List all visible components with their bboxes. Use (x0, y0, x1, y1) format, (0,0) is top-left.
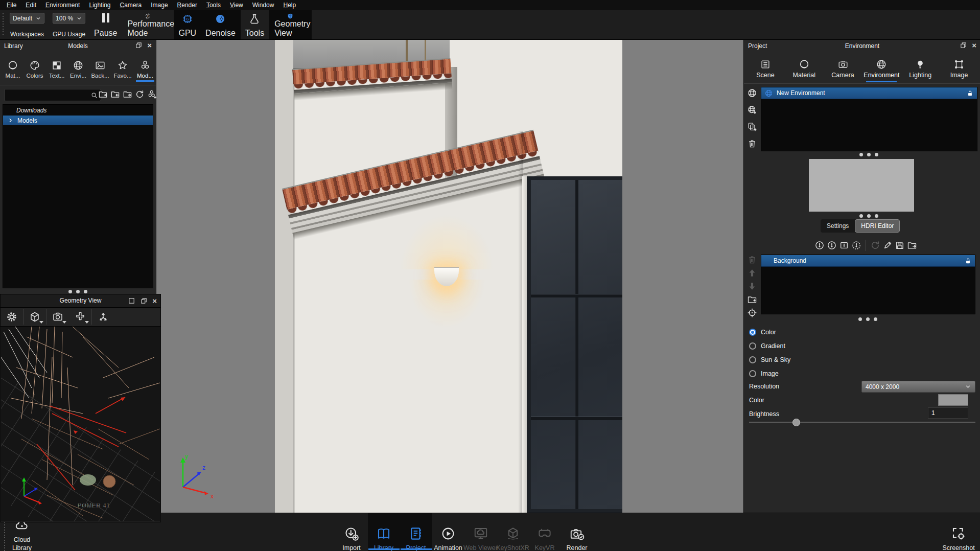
project-tab-camera[interactable]: Camera (824, 59, 862, 79)
wireframe-view[interactable]: POMER 41 (1, 327, 160, 521)
edit-hdri-icon[interactable] (882, 240, 893, 250)
dock-animation[interactable]: Animation (430, 513, 466, 551)
pin-highlight-icon[interactable] (827, 240, 837, 250)
geometry-orbit-tool-button[interactable] (92, 308, 114, 326)
menu-help[interactable]: Help (278, 1, 300, 10)
menu-lighting[interactable]: Lighting (84, 1, 115, 10)
dock-screenshot[interactable]: Screenshot (939, 513, 978, 551)
gpu-toggle-button[interactable]: GPU (174, 10, 201, 39)
toolbar-drag-handle[interactable] (2, 13, 4, 36)
project-tab-material[interactable]: Material (785, 59, 824, 79)
tree-group-downloads[interactable]: Downloads (3, 105, 153, 116)
geometry-move-tool-button[interactable] (69, 308, 91, 326)
resolution-select[interactable]: 4000 x 2000 (861, 381, 975, 393)
library-tab-backplates[interactable]: Back... (90, 60, 110, 79)
radio-color[interactable] (749, 329, 756, 336)
option-gradient[interactable]: Gradient (749, 342, 785, 350)
dock-keyvr[interactable]: KeyVR (527, 513, 563, 551)
menu-view[interactable]: View (225, 1, 248, 10)
option-image[interactable]: Image (749, 370, 779, 377)
library-tab-colors[interactable]: Colors (25, 60, 45, 79)
add-environment-icon[interactable] (747, 105, 757, 115)
gpu-usage-select[interactable]: 100 % (53, 13, 85, 24)
close-panel-icon[interactable]: × (147, 41, 152, 49)
project-tab-image[interactable]: Image (940, 59, 978, 79)
hdri-editor-tab[interactable]: HDRI Editor (855, 219, 900, 233)
pause-button[interactable]: Pause (89, 10, 122, 39)
project-tab-lighting[interactable]: Lighting (901, 59, 940, 79)
background-color-swatch[interactable] (938, 394, 968, 406)
radio-image[interactable] (749, 370, 756, 377)
unlock-icon[interactable] (966, 89, 974, 97)
maximize-panel-icon[interactable] (128, 297, 135, 305)
float-panel-icon[interactable] (135, 41, 143, 49)
tools-button[interactable]: Tools (241, 10, 269, 39)
add-layer-folder-icon[interactable] (747, 294, 757, 305)
menu-image[interactable]: Image (146, 1, 172, 10)
geometry-view-button[interactable]: Geometry View (269, 10, 312, 39)
section-splitter[interactable] (761, 153, 976, 156)
float-panel-icon[interactable] (140, 297, 148, 305)
environment-library-icon[interactable] (747, 88, 757, 98)
pin-free-icon[interactable] (851, 240, 861, 250)
add-folder-icon[interactable] (98, 89, 108, 99)
project-tab-scene[interactable]: Scene (746, 59, 785, 79)
geometry-camera-button[interactable] (46, 308, 69, 326)
dock-project[interactable]: Project (398, 513, 434, 551)
panel-splitter[interactable] (0, 290, 156, 293)
pin-rect-icon[interactable] (839, 240, 849, 250)
float-panel-icon[interactable] (960, 41, 967, 49)
radio-gradient[interactable] (749, 342, 756, 350)
menu-tools[interactable]: Tools (202, 1, 225, 10)
menu-render[interactable]: Render (173, 1, 202, 10)
dock-keyshotxr[interactable]: KeyShotXR (494, 513, 532, 551)
unlock-icon[interactable] (964, 257, 972, 265)
menu-window[interactable]: Window (248, 1, 279, 10)
project-tab-environment[interactable]: Environment (862, 59, 901, 79)
menu-camera[interactable]: Camera (115, 1, 147, 10)
section-splitter[interactable] (761, 214, 976, 218)
workspaces-select[interactable]: Default (10, 13, 44, 24)
settings-tab[interactable]: Settings (821, 220, 855, 232)
duplicate-environment-icon[interactable] (747, 122, 757, 132)
geometry-settings-button[interactable] (1, 308, 23, 326)
section-splitter[interactable] (761, 317, 974, 321)
library-search-input[interactable] (4, 89, 101, 101)
library-tab-environments[interactable]: Envi... (68, 60, 88, 79)
export-hdri-icon[interactable] (907, 240, 917, 250)
import-folder-icon[interactable] (110, 89, 120, 99)
radio-sun-sky[interactable] (749, 356, 756, 363)
menu-file[interactable]: File (2, 1, 21, 10)
dock-library[interactable]: Library (366, 513, 402, 551)
brightness-slider-handle[interactable] (792, 419, 800, 426)
dock-render[interactable]: Render (559, 513, 595, 551)
denoise-toggle-button[interactable]: Denoise (201, 10, 240, 39)
geometry-display-mode-button[interactable] (24, 308, 46, 326)
tree-item-models[interactable]: Models (3, 116, 153, 125)
library-tab-textures[interactable]: Text... (47, 60, 66, 79)
library-tab-materials[interactable]: Mat... (3, 60, 22, 79)
refresh-library-icon[interactable] (135, 89, 145, 99)
close-panel-icon[interactable]: × (972, 41, 976, 49)
menu-environment[interactable]: Environment (41, 1, 84, 10)
environment-preview[interactable] (809, 159, 914, 212)
close-panel-icon[interactable]: × (152, 297, 157, 305)
export-folder-icon[interactable] (123, 89, 132, 99)
add-model-icon[interactable] (147, 89, 157, 99)
chevron-right-icon[interactable] (8, 118, 13, 123)
performance-mode-button[interactable]: Performance Mode (122, 10, 174, 39)
option-sun-sky[interactable]: Sun & Sky (749, 356, 790, 363)
pin-icon[interactable] (814, 240, 825, 250)
brightness-slider-track[interactable] (749, 422, 975, 423)
library-tab-favorites[interactable]: Favo... (112, 60, 133, 79)
dock-import[interactable]: Import (334, 513, 369, 551)
layer-list-item[interactable]: Background (761, 255, 975, 267)
target-layer-icon[interactable] (747, 308, 757, 318)
option-color[interactable]: Color (749, 329, 776, 336)
environment-list-item[interactable]: New Environment (761, 87, 977, 99)
save-hdri-icon[interactable] (895, 240, 905, 250)
brightness-input[interactable] (928, 407, 968, 419)
realtime-render-viewport[interactable]: y z x (156, 39, 743, 513)
library-tab-models[interactable]: Mod... (135, 60, 155, 79)
menu-edit[interactable]: Edit (21, 1, 41, 10)
